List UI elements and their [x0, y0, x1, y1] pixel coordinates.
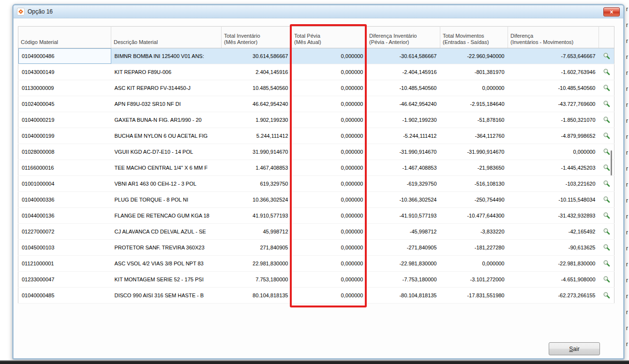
cell-codigo[interactable]: 01001000004 — [18, 176, 111, 192]
cell-dif-inventario[interactable]: -5.244,111412 — [367, 128, 440, 144]
cell-descricao[interactable]: PLUG DE TORQUE - 8 POL NI — [111, 192, 222, 208]
magnifier-icon[interactable] — [603, 164, 610, 171]
cell-total-movimentos[interactable]: -10.477,644300 — [440, 208, 508, 224]
cell-total-pevia[interactable]: 0,000000 — [292, 224, 367, 240]
table-row[interactable]: 01028000008VGUII KGD AC-D7-E10 - 14 POL3… — [18, 144, 614, 160]
table-row[interactable]: 01043000149KIT REPARO F89U-0062.404,1459… — [18, 64, 614, 80]
cell-total-inventario[interactable]: 80.104,818135 — [222, 288, 292, 304]
cell-total-inventario[interactable]: 5.244,111412 — [222, 128, 292, 144]
cell-diferenca[interactable]: 0,000000 — [508, 144, 599, 160]
cell-total-movimentos[interactable]: -250,754490 — [440, 192, 508, 208]
cell-dif-inventario[interactable]: -10.485,540560 — [367, 80, 440, 96]
cell-total-pevia[interactable]: 0,000000 — [292, 272, 367, 288]
cell-descricao[interactable]: KIT MONTAGEM SERIE 52 - 175 PSI — [111, 272, 222, 288]
row-action-cell[interactable] — [599, 96, 614, 112]
cell-total-inventario[interactable]: 22.981,830000 — [222, 256, 292, 272]
cell-dif-inventario[interactable]: -46.642,954240 — [367, 96, 440, 112]
row-action-cell[interactable] — [599, 64, 614, 80]
magnifier-icon[interactable] — [603, 291, 610, 299]
cell-total-movimentos[interactable]: -2.915,184640 — [440, 96, 508, 112]
cell-descricao[interactable]: BUCHA EM NYLON 6 OU ACETAL FIG — [111, 128, 222, 144]
cell-diferenca[interactable]: -1.445,425203 — [508, 160, 599, 176]
cell-total-movimentos[interactable]: -17.831,551980 — [440, 288, 508, 304]
cell-total-pevia[interactable]: 0,000000 — [292, 48, 367, 64]
cell-codigo[interactable]: 01130000009 — [18, 80, 111, 96]
cell-descricao[interactable]: KIT REPARO F89U-006 — [111, 64, 222, 80]
magnifier-icon[interactable] — [603, 148, 610, 155]
table-row[interactable]: 01040000485DISCO 990 AISI 316 SEM HASTE … — [18, 288, 614, 304]
column-header-dif_inventario[interactable]: Diferença Inventário(Pévia - Anterior) — [367, 27, 440, 48]
cell-codigo[interactable]: 01045000103 — [18, 240, 111, 256]
cell-dif-inventario[interactable]: -22.981,830000 — [367, 256, 440, 272]
sair-button[interactable]: Sair — [549, 342, 600, 355]
cell-total-pevia[interactable]: 0,000000 — [292, 112, 367, 128]
cell-total-inventario[interactable]: 31.990,914670 — [222, 144, 292, 160]
cell-codigo[interactable]: 01233000047 — [18, 272, 111, 288]
cell-total-pevia[interactable]: 0,000000 — [292, 80, 367, 96]
cell-total-pevia[interactable]: 0,000000 — [292, 256, 367, 272]
cell-descricao[interactable]: BIMNR BOMBA INI 125400 V01 ANS: — [111, 48, 222, 64]
cell-descricao[interactable]: VGUII KGD AC-D7-E10 - 14 POL — [111, 144, 222, 160]
cell-codigo[interactable]: 01028000008 — [18, 144, 111, 160]
table-row[interactable]: 01044000136FLANGE DE RETENCAO GUM KGA 18… — [18, 208, 614, 224]
row-action-cell[interactable] — [599, 288, 614, 304]
column-header-descricao[interactable]: Descrição Material — [111, 27, 222, 48]
cell-total-inventario[interactable]: 7.753,180000 — [222, 272, 292, 288]
cell-total-movimentos[interactable]: 0,000000 — [440, 80, 508, 96]
cell-dif-inventario[interactable]: -619,329750 — [367, 176, 440, 192]
cell-diferenca[interactable]: -4.879,998652 — [508, 128, 599, 144]
cell-dif-inventario[interactable]: -80.104,818135 — [367, 288, 440, 304]
row-action-cell[interactable] — [599, 240, 614, 256]
column-header-total_movimentos[interactable]: Total Movimentos(Entradas - Saídas) — [440, 27, 508, 48]
row-action-cell[interactable] — [599, 80, 614, 96]
magnifier-icon[interactable] — [603, 260, 610, 267]
cell-total-pevia[interactable]: 0,000000 — [292, 144, 367, 160]
close-button[interactable]: × — [603, 7, 620, 16]
cell-descricao[interactable]: GAXETA BUNA-N FIG. AR1/990 - 20 — [111, 112, 222, 128]
cell-diferenca[interactable]: -31.432,932893 — [508, 208, 599, 224]
row-action-cell[interactable] — [599, 192, 614, 208]
row-action-cell[interactable] — [599, 208, 614, 224]
cell-total-inventario[interactable]: 46.642,954240 — [222, 96, 292, 112]
cell-total-movimentos[interactable]: -801,381970 — [440, 64, 508, 80]
cell-total-inventario[interactable]: 2.404,145916 — [222, 64, 292, 80]
cell-total-pevia[interactable]: 0,000000 — [292, 176, 367, 192]
magnifier-icon[interactable] — [603, 244, 610, 251]
cell-dif-inventario[interactable]: -1.902,199230 — [367, 112, 440, 128]
column-header-codigo[interactable]: Código Material — [18, 27, 111, 48]
cell-diferenca[interactable]: -10.115,548034 — [508, 192, 599, 208]
cell-total-pevia[interactable]: 0,000000 — [292, 240, 367, 256]
magnifier-icon[interactable] — [603, 84, 610, 91]
magnifier-icon[interactable] — [603, 228, 610, 235]
cell-dif-inventario[interactable]: -10.366,302524 — [367, 192, 440, 208]
row-action-cell[interactable] — [599, 224, 614, 240]
magnifier-icon[interactable] — [603, 276, 610, 283]
cell-total-movimentos[interactable]: -31.990,914670 — [440, 144, 508, 160]
cell-diferenca[interactable]: -1.602,763946 — [508, 64, 599, 80]
table-row[interactable]: 01024000045APN F89U-032 SR10 NF DI46.642… — [18, 96, 614, 112]
cell-diferenca[interactable]: -103,221620 — [508, 176, 599, 192]
cell-total-movimentos[interactable]: -51,878160 — [440, 112, 508, 128]
cell-total-movimentos[interactable]: -181,227280 — [440, 240, 508, 256]
cell-dif-inventario[interactable]: -271,840905 — [367, 240, 440, 256]
column-header-diferenca[interactable]: Diferença(Inventários - Movimentos) — [508, 27, 599, 48]
column-header-total_pevia[interactable]: Total Pévia(Mês Atual) — [292, 27, 367, 48]
cell-dif-inventario[interactable]: -7.753,180000 — [367, 272, 440, 288]
cell-descricao[interactable]: FLANGE DE RETENCAO GUM KGA 18 — [111, 208, 222, 224]
cell-total-movimentos[interactable]: -21,983650 — [440, 160, 508, 176]
cell-total-pevia[interactable]: 0,000000 — [292, 208, 367, 224]
cell-codigo[interactable]: 01049000486 — [18, 48, 111, 64]
row-action-cell[interactable] — [599, 48, 614, 64]
magnifier-icon[interactable] — [603, 212, 610, 219]
cell-codigo[interactable]: 01044000136 — [18, 208, 111, 224]
magnifier-icon[interactable] — [603, 116, 610, 123]
table-row[interactable]: 01040000336PLUG DE TORQUE - 8 POL NI10.3… — [18, 192, 614, 208]
cell-diferenca[interactable]: -62.273,266155 — [508, 288, 599, 304]
cell-total-inventario[interactable]: 10.485,540560 — [222, 80, 292, 96]
cell-total-movimentos[interactable]: -3,833220 — [440, 224, 508, 240]
cell-total-pevia[interactable]: 0,000000 — [292, 64, 367, 80]
cell-dif-inventario[interactable]: -45,998712 — [367, 224, 440, 240]
cell-dif-inventario[interactable]: -30.614,586667 — [367, 48, 440, 64]
cell-codigo[interactable]: 01227000072 — [18, 224, 111, 240]
cell-dif-inventario[interactable]: -1.467,408853 — [367, 160, 440, 176]
